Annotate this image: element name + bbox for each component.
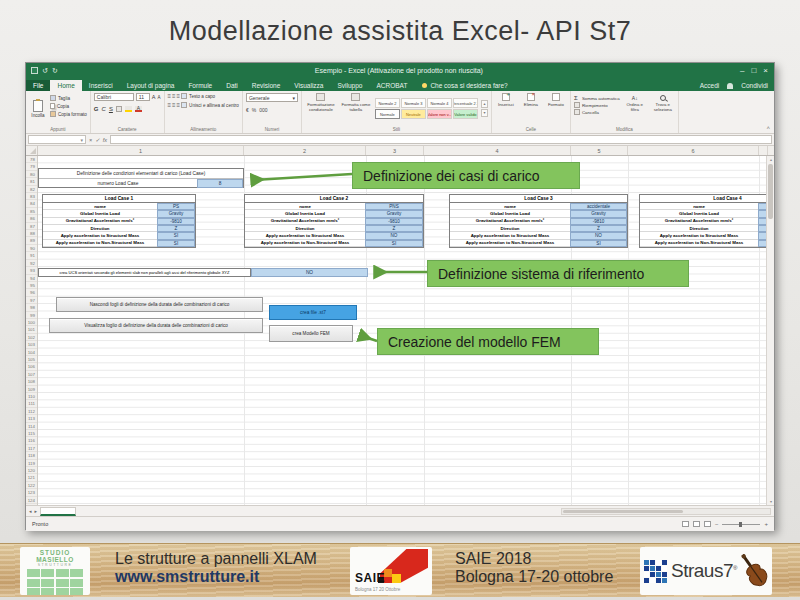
row-header[interactable]: 118: [26, 452, 37, 459]
style-chip[interactable]: Normale 4: [427, 98, 452, 108]
row-header[interactable]: 94: [26, 275, 37, 282]
load-case-value-cell[interactable]: Gravity: [365, 210, 423, 217]
column-header[interactable]: 2: [244, 146, 366, 155]
column-header[interactable]: 6: [628, 146, 759, 155]
load-case-value-cell[interactable]: SI: [365, 240, 423, 247]
fill-color-icon[interactable]: [125, 106, 132, 112]
row-header[interactable]: 79: [26, 163, 37, 170]
format-cells-button[interactable]: Formato: [545, 93, 567, 124]
merge-center-button[interactable]: Unisci e allinea al centro: [189, 103, 239, 108]
cancel-entry-icon[interactable]: ×: [89, 137, 92, 143]
underline-button[interactable]: S: [109, 106, 113, 112]
copy-button[interactable]: Copia: [50, 103, 87, 109]
tab-acrobat[interactable]: ACROBAT: [369, 80, 414, 91]
row-header[interactable]: 97: [26, 297, 37, 304]
tab-formule[interactable]: Formule: [181, 80, 219, 91]
undo-icon[interactable]: ↺: [42, 67, 48, 74]
load-case-value-cell[interactable]: -9810: [157, 218, 195, 225]
number-format-select[interactable]: Generale▾: [246, 93, 298, 102]
save-icon[interactable]: [31, 67, 38, 74]
row-header[interactable]: 87: [26, 223, 37, 230]
share-button[interactable]: Condividi: [741, 82, 768, 89]
row-header[interactable]: 123: [26, 489, 37, 496]
align-middle-icon[interactable]: ≡: [172, 93, 175, 99]
row-header[interactable]: 88: [26, 230, 37, 237]
row-header[interactable]: 104: [26, 349, 37, 356]
zoom-slider-thumb[interactable]: [739, 522, 742, 527]
font-name-select[interactable]: Calibri: [94, 93, 134, 101]
row-header[interactable]: 119: [26, 460, 37, 467]
horizontal-scroll-thumb[interactable]: [563, 510, 683, 513]
tab-dati[interactable]: Dati: [219, 80, 245, 91]
wrap-text-button[interactable]: Testo a capo: [189, 94, 215, 99]
select-all-corner[interactable]: [26, 146, 38, 155]
sheet-tab[interactable]: [40, 507, 76, 516]
style-chip[interactable]: Normale: [375, 109, 400, 119]
row-header[interactable]: 80: [26, 171, 37, 178]
column-header[interactable]: [759, 146, 768, 155]
show-sheet-button[interactable]: Visualizza foglio di definizione della d…: [49, 318, 263, 333]
style-chip[interactable]: Valore valido: [453, 109, 478, 119]
row-header[interactable]: 114: [26, 423, 37, 430]
format-painter-button[interactable]: Copia formato: [50, 111, 87, 117]
load-case-value-cell[interactable]: SI: [570, 240, 627, 247]
vertical-scrollbar[interactable]: ▴ ▾: [766, 156, 774, 505]
row-header[interactable]: 113: [26, 415, 37, 422]
font-color-icon[interactable]: A: [135, 106, 142, 112]
row-header[interactable]: 105: [26, 356, 37, 363]
tab-sviluppo[interactable]: Sviluppo: [331, 80, 370, 91]
italic-button[interactable]: C: [102, 106, 106, 112]
percent-icon[interactable]: %: [252, 107, 256, 113]
delete-cells-button[interactable]: Elimina: [520, 93, 542, 124]
format-as-table-button[interactable]: Formatta come tabella: [340, 93, 372, 124]
hide-sheets-button[interactable]: Nascondi fogli di definizione della dura…: [56, 297, 263, 312]
sheet-next-icon[interactable]: ▸: [35, 508, 38, 514]
row-header[interactable]: 93: [26, 267, 37, 274]
tab-layout-di-pagina[interactable]: Layout di pagina: [120, 80, 182, 91]
column-header[interactable]: 1: [38, 146, 244, 155]
row-header[interactable]: 95: [26, 282, 37, 289]
comma-icon[interactable]: 000: [259, 107, 267, 113]
align-top-icon[interactable]: ≡: [168, 93, 171, 99]
row-header[interactable]: 124: [26, 497, 37, 504]
row-header[interactable]: 116: [26, 437, 37, 444]
tab-file[interactable]: File: [26, 80, 50, 91]
find-select-button[interactable]: Trova e seleziona: [651, 95, 675, 124]
horizontal-scrollbar[interactable]: [561, 508, 771, 515]
row-header[interactable]: 81: [26, 178, 37, 185]
style-chip[interactable]: Neutrale: [401, 109, 426, 119]
borders-icon[interactable]: [116, 106, 122, 112]
row-header[interactable]: 101: [26, 326, 37, 333]
minimize-icon[interactable]: –: [740, 66, 744, 75]
row-header[interactable]: 92: [26, 260, 37, 267]
tab-home[interactable]: Home: [50, 80, 81, 91]
scroll-down-icon[interactable]: ▾: [767, 499, 774, 504]
load-case-value-cell[interactable]: Z: [365, 225, 423, 232]
load-case-value-cell[interactable]: accidentale: [570, 203, 627, 210]
style-chip[interactable]: Valore non v...: [427, 109, 452, 119]
row-header[interactable]: 99: [26, 312, 37, 319]
row-header[interactable]: 90: [26, 245, 37, 252]
conditional-formatting-button[interactable]: Formattazione condizionale: [305, 93, 337, 124]
gallery-down-icon[interactable]: ▾: [481, 109, 488, 117]
row-header[interactable]: 109: [26, 386, 37, 393]
name-box[interactable]: ▾: [28, 135, 86, 144]
autosum-button[interactable]: ΣSomma automatica: [574, 95, 620, 101]
row-header[interactable]: 78: [26, 156, 37, 163]
row-header[interactable]: 120: [26, 467, 37, 474]
column-header[interactable]: 4: [424, 146, 571, 155]
align-right-icon[interactable]: ≡: [177, 102, 180, 108]
column-header[interactable]: 5: [571, 146, 628, 155]
row-header[interactable]: 112: [26, 408, 37, 415]
tab-revisione[interactable]: Revisione: [245, 80, 288, 91]
page-break-view-icon[interactable]: [704, 521, 711, 527]
row-header[interactable]: 107: [26, 371, 37, 378]
close-icon[interactable]: ×: [763, 66, 768, 75]
row-header[interactable]: 86: [26, 215, 37, 222]
row-header[interactable]: 121: [26, 474, 37, 481]
insert-function-icon[interactable]: fx: [103, 137, 107, 143]
currency-icon[interactable]: €: [246, 107, 249, 113]
redo-icon[interactable]: ↻: [52, 67, 58, 74]
page-layout-view-icon[interactable]: [693, 521, 700, 527]
load-case-value-cell[interactable]: NO: [365, 232, 423, 239]
